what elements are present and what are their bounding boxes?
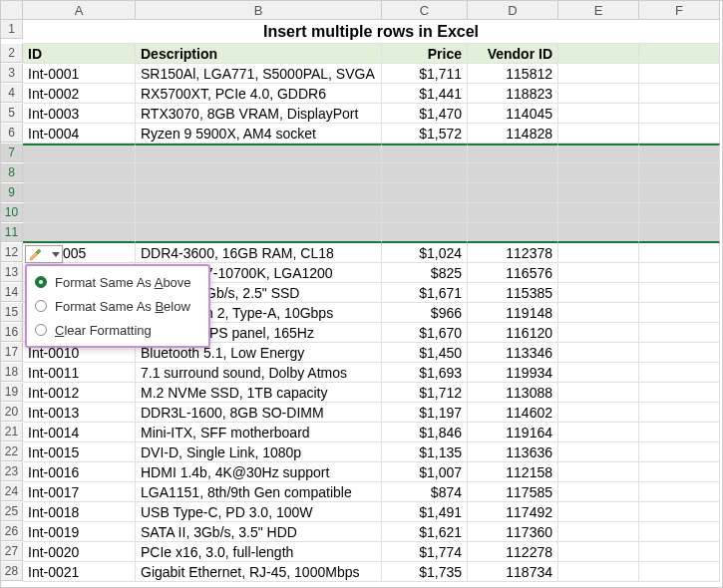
table-cell[interactable]: $1,735	[382, 562, 468, 582]
table-cell[interactable]: DDR4-3600, 16GB RAM, CL18	[136, 243, 382, 263]
cell[interactable]	[558, 383, 639, 403]
cell[interactable]	[136, 223, 382, 243]
insert-options-smart-tag[interactable]	[25, 245, 63, 263]
table-cell[interactable]: $1,024	[382, 243, 468, 263]
cell[interactable]	[382, 223, 468, 243]
table-cell[interactable]: Int-0019	[23, 522, 136, 542]
cell[interactable]	[639, 303, 720, 323]
select-all-corner[interactable]	[1, 1, 23, 20]
table-cell[interactable]: $1,671	[382, 283, 468, 303]
cell[interactable]	[382, 203, 468, 223]
cell[interactable]	[558, 203, 639, 223]
cell[interactable]	[639, 383, 720, 403]
cell[interactable]	[639, 423, 720, 442]
table-cell[interactable]: Int-0013	[23, 403, 136, 423]
cell[interactable]	[558, 64, 639, 84]
table-cell[interactable]: $1,846	[382, 423, 468, 442]
cell[interactable]	[639, 283, 720, 303]
table-cell[interactable]: 112278	[468, 542, 558, 562]
row-header[interactable]: 14	[1, 283, 23, 302]
cell[interactable]	[558, 323, 639, 343]
cell[interactable]	[639, 163, 720, 183]
cell[interactable]	[639, 522, 720, 542]
row-header[interactable]: 4	[1, 84, 23, 103]
table-cell[interactable]: LGA1151, 8th/9th Gen compatible	[136, 482, 382, 502]
table-cell[interactable]: $1,197	[382, 403, 468, 423]
clear-formatting-option[interactable]: Clear Formatting	[27, 318, 208, 342]
table-cell[interactable]: 115385	[468, 283, 558, 303]
table-cell[interactable]: RX5700XT, PCIe 4.0, GDDR6	[136, 84, 382, 104]
table-cell[interactable]: $1,441	[382, 84, 468, 104]
table-cell[interactable]: 113346	[468, 343, 558, 363]
row-header[interactable]: 16	[1, 323, 23, 342]
table-cell[interactable]: Int-0018	[23, 502, 136, 522]
cell[interactable]	[639, 442, 720, 462]
column-header[interactable]: D	[468, 1, 558, 20]
row-header[interactable]: 28	[1, 562, 23, 581]
table-cell[interactable]: $874	[382, 482, 468, 502]
cell[interactable]	[468, 144, 558, 163]
table-cell[interactable]: 113636	[468, 442, 558, 462]
row-header[interactable]: 18	[1, 363, 23, 382]
table-cell[interactable]: $1,693	[382, 363, 468, 383]
table-cell[interactable]: 112158	[468, 462, 558, 482]
table-cell[interactable]: Int-0004	[23, 124, 136, 144]
cell[interactable]	[639, 124, 720, 144]
table-cell[interactable]: 117360	[468, 522, 558, 542]
table-cell[interactable]: Int-0001	[23, 64, 136, 84]
row-header[interactable]: 19	[1, 383, 23, 402]
row-header[interactable]: 3	[1, 64, 23, 83]
cell[interactable]	[639, 482, 720, 502]
table-cell[interactable]: Int-0012	[23, 383, 136, 403]
format-same-as-below-option[interactable]: Format Same As Below	[27, 294, 208, 318]
table-cell[interactable]: 7.1 surround sound, Dolby Atmos	[136, 363, 382, 383]
row-header[interactable]: 2	[1, 44, 23, 63]
table-cell[interactable]: USB Type-C, PD 3.0, 100W	[136, 502, 382, 522]
cell[interactable]	[639, 343, 720, 363]
cell[interactable]	[558, 243, 639, 263]
cell[interactable]	[558, 482, 639, 502]
cell[interactable]	[558, 44, 639, 64]
table-header[interactable]: Price	[382, 44, 468, 64]
cell[interactable]	[558, 542, 639, 562]
cell[interactable]	[639, 64, 720, 84]
table-cell[interactable]: Int-0003	[23, 104, 136, 124]
cell[interactable]	[639, 462, 720, 482]
row-header[interactable]: 15	[1, 303, 23, 322]
cell[interactable]	[558, 183, 639, 203]
table-cell[interactable]: RTX3070, 8GB VRAM, DisplayPort	[136, 104, 382, 124]
row-header[interactable]: 23	[1, 462, 23, 481]
row-header[interactable]: 9	[1, 183, 23, 202]
table-cell[interactable]: Int-0017	[23, 482, 136, 502]
cell[interactable]	[23, 183, 136, 203]
cell[interactable]	[639, 243, 720, 263]
table-cell[interactable]: 114045	[468, 104, 558, 124]
cell[interactable]	[558, 144, 639, 163]
table-cell[interactable]: 115812	[468, 64, 558, 84]
table-cell[interactable]: Int-0002	[23, 84, 136, 104]
table-cell[interactable]: Int-0021	[23, 562, 136, 582]
row-header[interactable]: 7	[1, 144, 23, 162]
table-cell[interactable]: 113088	[468, 383, 558, 403]
table-cell[interactable]: $1,774	[382, 542, 468, 562]
row-header[interactable]: 5	[1, 104, 23, 123]
row-header[interactable]: 26	[1, 522, 23, 541]
cell[interactable]	[382, 183, 468, 203]
cell[interactable]	[639, 104, 720, 124]
cell[interactable]	[136, 203, 382, 223]
cell[interactable]	[136, 163, 382, 183]
row-header[interactable]: 25	[1, 502, 23, 521]
cell[interactable]	[23, 144, 136, 163]
table-cell[interactable]: $1,491	[382, 502, 468, 522]
table-cell[interactable]: Int-0014	[23, 423, 136, 442]
row-header[interactable]: 1	[1, 20, 23, 39]
table-cell[interactable]: $1,470	[382, 104, 468, 124]
cell[interactable]	[468, 163, 558, 183]
cell[interactable]	[468, 203, 558, 223]
table-cell[interactable]: $1,135	[382, 442, 468, 462]
table-cell[interactable]: Int-0016	[23, 462, 136, 482]
table-cell[interactable]: M.2 NVMe SSD, 1TB capacity	[136, 383, 382, 403]
table-cell[interactable]: 116120	[468, 323, 558, 343]
table-cell[interactable]: $1,670	[382, 323, 468, 343]
table-cell[interactable]: 118734	[468, 562, 558, 582]
